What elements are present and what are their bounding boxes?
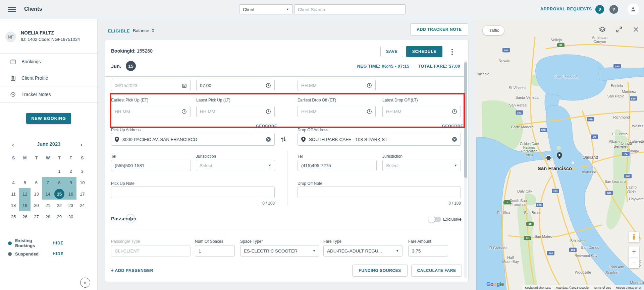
appointment-time-input[interactable]: HH:MM xyxy=(298,80,376,91)
clock-icon[interactable] xyxy=(266,83,271,88)
calendar-day[interactable]: 21 xyxy=(42,200,54,211)
calendar-selected-day[interactable]: 15 xyxy=(54,189,64,199)
dropoff-map-marker-icon[interactable] xyxy=(557,152,562,161)
geocode-dropoff-label[interactable]: GEOCODE xyxy=(442,124,463,128)
calendar-day[interactable]: 9 xyxy=(65,177,76,188)
approval-requests-link[interactable]: APPROVAL REQUESTS xyxy=(540,7,592,11)
dropoff-note-input[interactable] xyxy=(298,187,461,198)
clock-icon[interactable] xyxy=(367,83,372,88)
calendar-day[interactable]: 15 xyxy=(54,188,65,200)
calendar-day[interactable]: 18 xyxy=(8,200,19,211)
calendar-day[interactable]: 17 xyxy=(76,188,88,200)
calendar-day[interactable]: 10 xyxy=(76,177,88,188)
calendar-day[interactable]: 29 xyxy=(54,211,65,222)
sidebar-item-client-profile[interactable]: Client Profile xyxy=(0,70,97,86)
sidebar-item-bookings[interactable]: Bookings xyxy=(0,53,97,70)
map-attribution-item[interactable]: Map data ©2023 Google xyxy=(556,286,589,289)
help-icon[interactable]: ? xyxy=(609,5,618,14)
traffic-toggle-button[interactable]: Traffic xyxy=(482,25,504,35)
street-view-pegman-icon[interactable] xyxy=(629,232,639,242)
pickup-map-marker-icon[interactable] xyxy=(546,155,551,161)
exclusive-toggle[interactable] xyxy=(429,217,441,222)
clear-icon[interactable] xyxy=(452,137,457,142)
swap-addresses-icon[interactable] xyxy=(280,135,287,145)
date-input[interactable]: 06/15/2023 xyxy=(111,80,191,91)
pickup-jurisdiction-select[interactable]: Select▼ xyxy=(196,160,275,171)
calendar-day[interactable]: 16 xyxy=(65,188,76,200)
save-button[interactable]: SAVE xyxy=(380,46,403,57)
zoom-out-button[interactable]: − xyxy=(629,258,639,268)
calendar-icon[interactable] xyxy=(182,83,187,88)
calendar-day[interactable]: 11 xyxy=(8,188,19,200)
dropoff-address-input[interactable]: SOUTH PARK CAFE - 108 S PARK ST xyxy=(298,133,461,146)
calendar-day[interactable]: 2 xyxy=(65,165,76,177)
map-attribution-item[interactable]: Report a map error xyxy=(616,286,641,289)
calculate-fare-button[interactable]: CALCULATE FARE xyxy=(411,265,462,277)
sidebar-item-tracker-notes[interactable]: Tracker Notes xyxy=(0,86,97,103)
calendar-next-icon[interactable]: › xyxy=(80,142,82,148)
num-of-spaces-input[interactable]: 1 xyxy=(195,245,235,257)
geocode-pickup-label[interactable]: GEOCODE xyxy=(256,124,277,128)
client-type-select[interactable]: Client ▼ xyxy=(239,4,293,14)
funding-sources-button[interactable]: FUNDING SOURCES xyxy=(352,265,408,277)
calendar-day[interactable]: 14 xyxy=(42,188,54,200)
calendar-day[interactable]: 19 xyxy=(19,200,31,211)
calendar-day[interactable]: 4 xyxy=(8,177,19,188)
calendar-day[interactable]: 22 xyxy=(54,200,65,211)
calendar-day[interactable]: 24 xyxy=(76,200,88,211)
calendar-day[interactable]: 5 xyxy=(19,177,31,188)
calendar-day[interactable]: 1 xyxy=(54,165,65,177)
latest-dropoff-input[interactable]: HH:MM xyxy=(382,106,461,117)
hide-existing-bookings-link[interactable]: HIDE xyxy=(53,241,64,245)
more-options-kebab-icon[interactable] xyxy=(450,48,454,56)
calendar-day[interactable]: 8 xyxy=(54,177,65,188)
requested-time-input[interactable]: 07:00 xyxy=(196,80,275,91)
add-tracker-note-button[interactable]: ADD TRACKER NOTE xyxy=(410,23,468,35)
map-panel[interactable]: Traffic VallejoAmerican CanyonNovatoNica… xyxy=(476,19,644,290)
calendar-day[interactable]: 13 xyxy=(31,188,42,200)
dropoff-jurisdiction-select[interactable]: Select▼ xyxy=(382,160,461,171)
calendar-day[interactable]: 27 xyxy=(31,211,42,222)
dropoff-tel-input[interactable]: (415)495-7275 xyxy=(298,160,377,171)
pickup-tel-input[interactable]: (555)500-1581 xyxy=(111,160,191,171)
calendar-day[interactable]: 23 xyxy=(65,200,76,211)
calendar-day[interactable]: 26 xyxy=(19,211,31,222)
clock-icon[interactable] xyxy=(181,109,187,114)
map-attribution-item[interactable]: Keyboard shortcuts xyxy=(525,286,551,289)
calendar-day[interactable]: 7 xyxy=(42,177,54,188)
approval-count-badge[interactable]: 0 xyxy=(595,5,604,14)
calendar-day[interactable]: 28 xyxy=(42,211,54,222)
user-avatar-icon[interactable] xyxy=(628,4,639,15)
layers-icon[interactable] xyxy=(599,26,606,34)
sidebar-collapse-button[interactable]: « xyxy=(80,278,90,288)
calendar-day[interactable]: 6 xyxy=(31,177,42,188)
fare-amount-input[interactable]: 3.75 xyxy=(408,245,448,257)
expand-map-icon[interactable] xyxy=(616,26,623,34)
close-map-icon[interactable] xyxy=(633,26,639,34)
clock-icon[interactable] xyxy=(266,109,271,114)
clock-icon[interactable] xyxy=(367,109,372,114)
calendar-day[interactable]: 3 xyxy=(76,165,88,177)
calendar-day[interactable]: 12 xyxy=(19,188,31,200)
hide-suspended-link[interactable]: HIDE xyxy=(53,251,64,256)
schedule-button[interactable]: SCHEDULE xyxy=(406,46,442,57)
card-scrollbar-thumb[interactable] xyxy=(464,62,467,178)
calendar-day[interactable]: 25 xyxy=(8,211,19,222)
calendar-day[interactable]: 30 xyxy=(65,211,76,222)
fare-type-select[interactable]: ADU-REG-ADULT REGU...▼ xyxy=(323,245,402,257)
hamburger-menu-icon[interactable] xyxy=(8,6,16,13)
client-search-input[interactable] xyxy=(294,4,406,14)
zoom-in-button[interactable]: + xyxy=(629,246,639,257)
map-attribution-item[interactable]: Terms of Use xyxy=(593,286,611,289)
add-passenger-link[interactable]: + ADD PASSENGER xyxy=(111,268,153,273)
latest-pickup-input[interactable]: HH:MM xyxy=(196,106,275,117)
earliest-pickup-input[interactable]: HH:MM xyxy=(111,106,191,117)
new-booking-button[interactable]: NEW BOOKING xyxy=(26,113,71,124)
calendar-day[interactable]: 20 xyxy=(31,200,42,211)
earliest-dropoff-input[interactable]: HH:MM xyxy=(298,106,376,117)
pickup-address-input[interactable]: 3000 PACIFIC AV, SAN FRANCISCO xyxy=(111,133,275,146)
space-type-select[interactable]: ES-ELECTRIC SCOOTER▼ xyxy=(240,245,319,257)
clear-icon[interactable] xyxy=(266,137,271,142)
clock-icon[interactable] xyxy=(452,109,457,114)
pickup-note-input[interactable] xyxy=(111,187,275,198)
